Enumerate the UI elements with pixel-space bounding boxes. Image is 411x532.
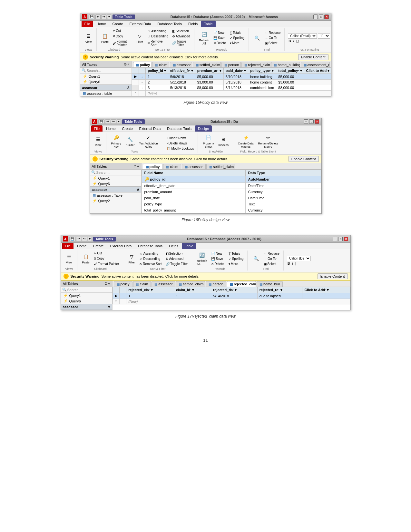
tab-assessor-1[interactable]: ▦ assessor — [170, 62, 192, 67]
tab-settled-2[interactable]: ▦ settled_claim — [206, 164, 235, 169]
tab-dbtools-3[interactable]: Database Tools — [135, 243, 165, 249]
format-painter-btn-3[interactable]: 🖌 Format Painter — [93, 261, 121, 266]
insert-rows-btn-2[interactable]: + Insert Rows — [165, 136, 195, 141]
minimize-btn-2[interactable]: ─ — [304, 119, 308, 124]
tab-settled-3[interactable]: ▦ settled_claim — [176, 281, 205, 287]
nav-section-assessor-3[interactable]: assessor ∨ — [61, 304, 112, 310]
copy-btn-3[interactable]: ⧉ Copy — [93, 256, 121, 261]
tab-external-2[interactable]: External Data — [136, 125, 164, 132]
col-rejected-cla-3[interactable]: rejected_cla· ▾ — [126, 287, 174, 293]
nav-item-query2-2[interactable]: ⚡ Query2 — [90, 198, 141, 203]
replace-btn-1[interactable]: ↔ Replace — [264, 30, 282, 35]
remove-sort-btn-1[interactable]: ✕ Remove Sort — [146, 39, 170, 47]
remove-sort-btn-3[interactable]: ✕ Remove Sort — [138, 261, 163, 266]
view-btn-1[interactable]: ☰ View — [83, 32, 94, 44]
descending-btn-3[interactable]: ↓↑ Descending — [138, 256, 163, 261]
redo-btn-3[interactable]: ↪ — [82, 237, 87, 241]
expand-2[interactable]: + — [139, 80, 146, 85]
goto-btn-1[interactable]: → Go To — [264, 35, 282, 40]
design-row[interactable]: paid_date Date/Time — [142, 195, 321, 201]
view-btn-2[interactable]: ☰ View — [93, 135, 103, 148]
redo-btn-2[interactable]: ↪ — [111, 119, 116, 124]
col-premium-1[interactable]: premium_ar· ▾ — [195, 68, 223, 74]
expand-3[interactable]: + — [139, 85, 146, 91]
nav-section-assessor-2[interactable]: assessor ∧ — [90, 186, 141, 192]
ascending-btn-3[interactable]: ↑↓ Ascending — [138, 251, 163, 256]
tab-fields-3[interactable]: Fields — [166, 243, 181, 249]
undo-btn-1[interactable]: ↩ — [95, 15, 101, 19]
new-btn-3[interactable]: 📄 New — [210, 251, 226, 256]
find-btn-3[interactable]: 🔍 — [251, 254, 261, 263]
create-macros-btn-2[interactable]: ⚡ Create Data Macros — [236, 133, 255, 149]
redo-btn-1[interactable]: ↪ — [101, 15, 106, 19]
col-paid-1[interactable]: paid_date· ▾ — [223, 68, 248, 74]
col-click-add-3[interactable]: Click to Add· ▾ — [302, 287, 350, 293]
tab-file-3[interactable]: File — [62, 243, 74, 249]
tab-home-building-1[interactable]: ▦ home_building — [271, 62, 300, 67]
delete-btn-3[interactable]: ✕ Delete· — [210, 261, 226, 266]
col-policy-id-1[interactable]: policy_id ▾ — [146, 68, 168, 74]
nav-section-toggle-2[interactable]: ∧ — [137, 187, 139, 192]
tab-create-3[interactable]: Create — [90, 243, 107, 249]
cut-btn-3[interactable]: ✂ Cut — [93, 251, 121, 256]
save-btn-3[interactable]: 💾 — [69, 237, 75, 241]
select-btn-1[interactable]: ▣ Select — [264, 41, 282, 45]
nav-item-query1-2[interactable]: ⚡ Query1 — [90, 175, 141, 181]
nav-collapse-icon-2[interactable]: ⊙ — [133, 164, 136, 168]
tab-claim-2[interactable]: ▦ claim — [163, 164, 181, 169]
save-record-btn-1[interactable]: 💾 Save — [212, 35, 227, 40]
find-btn-1[interactable]: 🔍 — [252, 34, 262, 43]
modify-lookups-btn-2[interactable]: 📋 Modify Lookups — [165, 146, 195, 151]
nav-item-query6-2[interactable]: ⚡ Query6 — [90, 181, 141, 186]
table-row[interactable]: ▶ 1 1 5/14/2018 due to lapsed — [113, 293, 350, 299]
ascending-btn-1[interactable]: ↑↓ Ascending — [146, 29, 170, 34]
design-row[interactable]: effective_from_date Date/Time — [142, 183, 321, 189]
tab-homebuil-3[interactable]: ▦ home_buil — [257, 281, 283, 287]
advanced-btn-1[interactable]: ⚙ Advanced — [171, 34, 191, 39]
tab-design-2[interactable]: Design — [195, 125, 212, 132]
totals-btn-3[interactable]: ∑ Totals — [227, 251, 245, 256]
table-row[interactable]: ▶ + 1 5/9/2018 $5,000.00 5/10/2018 home … — [132, 74, 331, 80]
nav-item-query1-1[interactable]: ⚡ Query1 — [80, 74, 132, 79]
paste-btn-1[interactable]: 📋 Paste — [100, 32, 110, 44]
tab-dbtools-1[interactable]: Database Tools — [154, 21, 185, 27]
refresh-btn-1[interactable]: 🔄 Refresh All — [198, 30, 211, 46]
design-row[interactable]: premium_amount Currency — [142, 189, 321, 195]
col-rejected-date-3[interactable]: rejected_da· ▾ — [211, 287, 258, 293]
minimize-btn-3[interactable]: ─ — [333, 237, 337, 241]
filter-btn-3[interactable]: ▽ Filter — [126, 252, 137, 265]
format-painter-btn-1[interactable]: 🖌 Format Painter — [112, 39, 129, 47]
expand-3-1[interactable] — [119, 293, 126, 299]
copy-btn-1[interactable]: ⧉ Copy — [112, 34, 129, 39]
selection-btn-1[interactable]: ◧ Selection — [171, 29, 191, 34]
search-input-3[interactable] — [67, 288, 112, 292]
save-btn-2[interactable]: 💾 — [98, 119, 104, 124]
maximize-btn-1[interactable]: □ — [319, 15, 323, 19]
col-add-1[interactable]: Click to Add ▾ — [304, 68, 331, 74]
tab-person-3[interactable]: ▦ person — [206, 281, 226, 287]
tab-home-1[interactable]: Home — [93, 21, 109, 27]
close-btn-2[interactable]: ✕ — [315, 119, 319, 124]
nav-chevron-icon-2[interactable]: « — [137, 164, 139, 168]
nav-item-query6-1[interactable]: ⚡ Query6 — [80, 79, 132, 84]
save-btn-1[interactable]: 💾 — [89, 15, 95, 19]
primary-key-btn-2[interactable]: 🔑 Primary Key — [110, 133, 123, 149]
tab-file-2[interactable]: File — [91, 125, 103, 132]
select-btn-3[interactable]: ▣ Select· — [262, 261, 281, 266]
underline-btn-1[interactable]: U — [296, 39, 299, 43]
enable-content-btn-2[interactable]: Enable Content — [289, 156, 319, 162]
design-row[interactable]: policy_type Text — [142, 201, 321, 207]
tab-home-2[interactable]: Home — [103, 125, 118, 132]
bold-btn-1[interactable]: B — [288, 39, 291, 43]
toggle-filter-btn-3[interactable]: 🔗 Toggle Filter — [164, 261, 189, 266]
tab-create-1[interactable]: Create — [110, 21, 126, 27]
expand-1[interactable]: + — [139, 74, 146, 80]
nav-section-toggle-1[interactable]: ∧ — [127, 85, 130, 90]
table-row-new-3[interactable]: * (New) — [113, 299, 350, 304]
descending-btn-1[interactable]: ↓↑ Descending — [146, 34, 170, 39]
tab-rejected-1[interactable]: ▦ rejected_claim — [241, 62, 270, 67]
cut-btn-1[interactable]: ✂ Cut — [112, 28, 129, 33]
table-row[interactable]: + 3 5/13/2018 $8,000.00 5/14/2018 combin… — [132, 85, 331, 91]
nav-section-assessor-1[interactable]: assessor ∧ — [80, 84, 132, 91]
tab-claim-1[interactable]: ▦ claim — [152, 62, 169, 67]
